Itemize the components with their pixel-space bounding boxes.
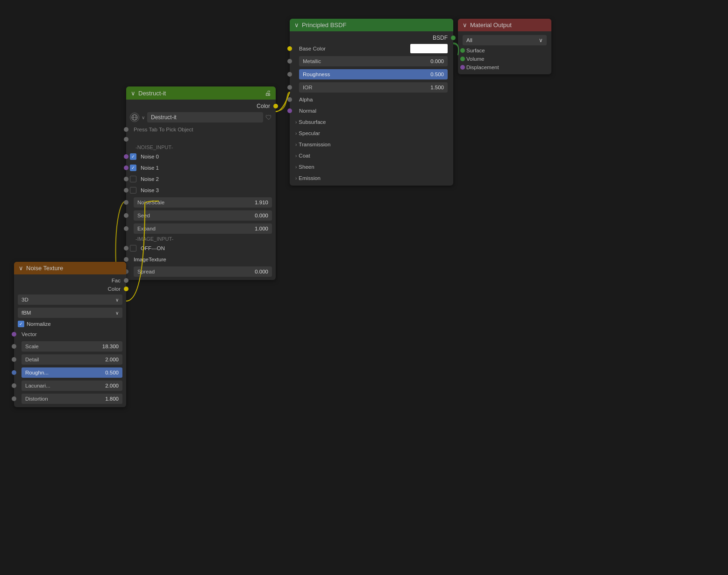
seed-label: Seed [137,213,150,218]
coat-row[interactable]: › Coat [290,150,453,161]
metallic-socket[interactable] [287,59,292,64]
alpha-socket[interactable] [287,97,292,102]
bsdf-chevron: ∨ [294,22,299,29]
vector-row: Vector [14,329,126,340]
material-output-node: ∨ Material Output All ∨ Surface Volume D… [458,19,551,74]
ior-row: IOR 1.500 [290,81,453,94]
preset-row: ∨ Destruct-it 🛡 [126,111,276,124]
metallic-row: Metallic 0.000 [290,55,453,68]
roughness-value: 0.500 [430,72,444,77]
noise-0-checkbox[interactable] [130,153,136,160]
off-on-label: OFF---ON [139,245,165,251]
bsdf-header[interactable]: ∨ Principled BSDF [290,19,453,31]
specular-arrow: › [295,131,297,136]
scale-field[interactable]: Scale 18.300 [21,341,122,352]
scale-socket[interactable] [12,344,16,349]
normal-socket[interactable] [287,108,292,113]
coat-arrow: › [295,153,297,158]
roughness-field[interactable]: Roughness 0.500 [299,69,448,79]
noise-roughness-field[interactable]: Roughn... 0.500 [21,367,122,378]
metallic-field[interactable]: Metallic 0.000 [299,56,448,66]
surface-socket[interactable] [460,48,465,53]
noisescale-value: 1.910 [255,200,268,205]
surface-label: Surface [466,48,485,53]
ior-field[interactable]: IOR 1.500 [299,82,448,93]
noise-color-socket[interactable] [124,287,128,291]
detail-field[interactable]: Detail 2.000 [21,354,122,365]
specular-row[interactable]: › Specular [290,128,453,139]
alpha-row: Alpha [290,94,453,105]
noisescale-field[interactable]: NoiseScale 1.910 [134,197,272,208]
spread-row: Spread 0.000 [126,265,276,278]
off-on-checkbox[interactable] [130,245,136,252]
seed-field[interactable]: Seed 0.000 [134,210,272,221]
roughness-label: Roughness [303,72,330,77]
noise-2-socket [124,177,128,181]
noise-3-checkbox[interactable] [130,187,136,194]
distortion-field[interactable]: Distortion 1.800 [21,394,122,404]
base-color-row: Base Color [290,43,453,55]
lacunarity-field[interactable]: Lacunari... 2.000 [21,381,122,391]
imagetexture-label: ImageTexture [130,257,166,262]
displacement-socket[interactable] [460,65,465,70]
volume-socket[interactable] [460,57,465,61]
vector-label: Vector [21,331,37,337]
all-select[interactable]: All ∨ [463,35,547,45]
dimension-row: 3D ∨ [14,293,126,306]
printer-icon[interactable]: 🖨 [264,89,271,97]
dimension-dropdown[interactable]: 3D ∨ [18,295,122,305]
base-color-socket[interactable] [287,46,292,51]
normalize-checkbox[interactable] [18,321,24,327]
bsdf-title: Principled BSDF [302,22,346,29]
volume-label: Volume [466,56,484,62]
normalize-label: Normalize [27,321,51,327]
destruct-chevron: ∨ [131,90,136,97]
vector-socket[interactable] [12,332,16,337]
detail-socket[interactable] [12,357,16,362]
noise-0-socket[interactable] [124,154,128,159]
distortion-value: 1.800 [105,396,119,402]
preset-name: Destruct-it [151,114,177,121]
noise-3-label: Noise 3 [139,187,159,193]
destruct-header[interactable]: ∨ Destruct-it 🖨 [126,86,276,100]
mat-out-header[interactable]: ∨ Material Output [458,19,551,31]
sheen-row[interactable]: › Sheen [290,161,453,172]
ior-socket[interactable] [287,85,292,90]
shield-icon: 🛡 [265,114,272,121]
dropdown-arrow: ∨ [142,115,145,120]
base-color-preview[interactable] [410,44,448,53]
bsdf-output-row: BSDF [290,33,453,43]
preset-field[interactable]: Destruct-it [147,112,263,122]
noise-header[interactable]: ∨ Noise Texture [14,262,126,274]
noise-0-label: Noise 0 [139,154,159,159]
empty-socket [124,137,128,142]
displacement-label: Displacement [466,65,499,70]
lacunarity-socket[interactable] [12,383,16,388]
type-value: fBM [21,310,31,316]
type-dropdown[interactable]: fBM ∨ [18,308,122,318]
destruct-color-socket[interactable] [273,104,278,108]
noise-1-socket[interactable] [124,165,128,170]
coat-label: Coat [299,153,310,158]
expand-field[interactable]: Expand 1.000 [134,223,272,234]
emission-row[interactable]: › Emission [290,172,453,184]
seed-value: 0.000 [255,213,268,218]
ior-value: 1.500 [430,85,444,90]
subsurface-row[interactable]: › Subsurface [290,116,453,128]
bsdf-output-socket[interactable] [451,36,456,40]
transmission-row[interactable]: › Transmission [290,139,453,150]
noise-input-separator: -NOISE_INPUT- [126,144,276,151]
noise-2-checkbox[interactable] [130,176,136,182]
ior-label: IOR [303,85,312,90]
roughness-socket[interactable] [287,72,292,77]
fac-socket[interactable] [124,278,128,283]
spread-field[interactable]: Spread 0.000 [134,266,272,277]
noisescale-row: NoiseScale 1.910 [126,196,276,209]
distortion-socket[interactable] [12,396,16,401]
noise-title: Noise Texture [26,265,63,272]
alpha-label: Alpha [299,97,313,102]
noise-1-label: Noise 1 [139,165,159,171]
spread-value: 0.000 [255,269,268,274]
noise-roughness-socket[interactable] [12,370,16,375]
noise-1-checkbox[interactable] [130,165,136,171]
